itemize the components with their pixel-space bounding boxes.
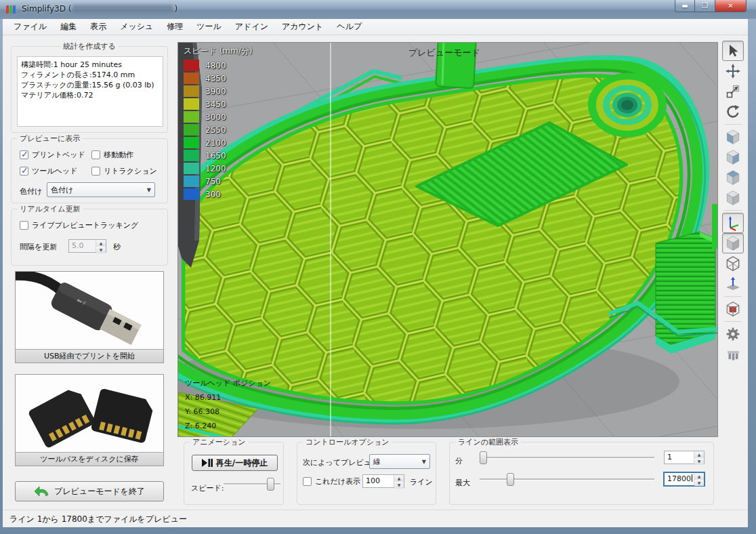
retraction-checkbox[interactable]: [91, 167, 100, 176]
menu-file[interactable]: ファイル: [7, 19, 54, 35]
speed-slider-label: スピード:: [191, 483, 224, 493]
solid-view-button[interactable]: [722, 233, 744, 253]
menu-repair[interactable]: 修理: [160, 19, 190, 35]
close-button[interactable]: ✕: [715, 0, 747, 12]
spin-down-icon[interactable]: ▼: [96, 247, 106, 253]
spin-down-icon[interactable]: ▼: [694, 458, 704, 465]
scale-tool-button[interactable]: [722, 81, 744, 102]
live-preview-checkbox[interactable]: [20, 221, 28, 230]
default-view-button[interactable]: [722, 213, 744, 233]
settings-button[interactable]: [722, 324, 744, 344]
supports-button[interactable]: [722, 344, 744, 365]
checkbox-print-bed[interactable]: プリントベッド: [20, 150, 85, 160]
checkbox-only-show[interactable]: これだけ表示: [303, 476, 360, 487]
usb-caption: USB経由でプリントを開始: [16, 349, 163, 363]
print-over-usb-button[interactable]: ⬅⚡ USB経由でプリントを開始: [15, 271, 164, 363]
print-bed-checkbox[interactable]: [20, 150, 28, 159]
view-cube-top-button[interactable]: [722, 167, 744, 188]
view-cube-right-button[interactable]: [722, 147, 744, 167]
spin-down-icon[interactable]: ▼: [694, 480, 704, 487]
legend-swatch: [184, 188, 199, 200]
cube-blue-left-icon: [724, 128, 742, 146]
exit-preview-mode-button[interactable]: プレビューモードを終了: [15, 481, 164, 501]
wireframe-view-button[interactable]: [722, 253, 744, 274]
menu-view[interactable]: 表示: [83, 19, 113, 35]
spin-up-icon[interactable]: ▲: [394, 475, 404, 482]
menu-tools[interactable]: ツール: [190, 19, 228, 35]
view-cube-left-button[interactable]: [722, 127, 744, 147]
spin-down-icon[interactable]: ▼: [394, 482, 404, 489]
legend-swatch: [184, 73, 199, 84]
sidebar: 統計を作成する 構築時間:1 hour 25 minutes フィラメントの長さ…: [5, 41, 173, 523]
cross-section-button[interactable]: [722, 299, 744, 319]
max-slider-thumb[interactable]: [507, 473, 514, 486]
cursor-arrow-icon: [725, 43, 741, 59]
save-toolpaths-button[interactable]: ツールパスをディスクに保存: [15, 374, 164, 466]
range-min-slider[interactable]: [480, 451, 654, 465]
range-max-slider[interactable]: [480, 473, 654, 487]
minimize-button[interactable]: ▬: [675, 0, 695, 12]
menu-account[interactable]: アカウント: [275, 19, 330, 35]
view-cube-plain-button[interactable]: [722, 188, 744, 208]
status-text: ライン 1から 17800までファイルをプレビュー: [9, 514, 187, 525]
stats-text: 構築時間:1 hour 25 minutes フィラメントの長さ:5174.0 …: [17, 56, 163, 127]
preview-by-dropdown[interactable]: 線 ▼: [369, 454, 430, 469]
legend-swatch: [184, 124, 199, 136]
only-show-checkbox[interactable]: [303, 477, 312, 486]
tool-head-checkbox[interactable]: [20, 167, 28, 176]
line-range-group: ラインの範囲表示 分 1 ▲▼ 最大 17800 ▲▼: [449, 442, 714, 505]
menu-edit[interactable]: 編集: [54, 19, 83, 35]
only-show-spinner[interactable]: 100 ▲▼: [362, 474, 404, 488]
legend-swatch: [184, 176, 199, 187]
back-arrow-icon: [34, 486, 49, 497]
title-bar[interactable]: Simplify3D () ▬ ❐ ✕: [0, 0, 756, 19]
toolbar-separator: [724, 321, 742, 322]
status-bar: ライン 1から 17800までファイルをプレビュー: [3, 510, 748, 527]
stats-title: 統計を作成する: [60, 41, 119, 52]
normal-arrow-icon: [725, 276, 741, 292]
wireframe-cube-icon: [724, 255, 742, 272]
legend-row: 4800: [184, 59, 252, 72]
usb-plug-image: ⬅⚡: [16, 272, 163, 349]
update-interval-spinner[interactable]: 5.0 ▲▼: [68, 239, 106, 253]
rotate-tool-button[interactable]: [722, 102, 744, 122]
legend-swatch: [184, 137, 199, 148]
speed-slider-thumb[interactable]: [267, 478, 274, 491]
maximize-button[interactable]: ❐: [695, 0, 715, 12]
surface-normal-button[interactable]: [722, 274, 744, 294]
play-pause-button[interactable]: 再生/一時停止: [192, 455, 278, 471]
legend-row: 2100: [184, 136, 252, 149]
checkbox-travel-moves[interactable]: 移動動作: [91, 150, 133, 160]
preview-3d-viewport[interactable]: スピード (mm/分) 4800 4350 3900 3450 3000 255…: [177, 42, 718, 437]
spin-up-icon[interactable]: ▲: [96, 240, 106, 247]
menu-mesh[interactable]: メッシュ: [113, 19, 160, 35]
legend-row: 750: [184, 175, 252, 188]
control-options-title: コントロールオプション: [303, 437, 392, 447]
min-slider-thumb[interactable]: [480, 451, 487, 464]
checkbox-retraction[interactable]: リトラクション: [91, 166, 157, 176]
spin-up-icon[interactable]: ▲: [694, 473, 704, 480]
animation-speed-slider[interactable]: [224, 478, 280, 491]
menu-addins[interactable]: アドイン: [228, 19, 275, 35]
legend-swatch: [184, 163, 199, 174]
range-min-spinner[interactable]: 1 ▲▼: [664, 451, 705, 464]
select-tool-button[interactable]: [722, 41, 744, 61]
pan-tool-button[interactable]: [722, 61, 744, 81]
rotate-icon: [725, 104, 741, 120]
menu-bar: ファイル 編集 表示 メッシュ 修理 ツール アドイン アカウント ヘルプ: [3, 19, 748, 35]
sd-caption: ツールパスをディスクに保存: [16, 452, 163, 466]
cube-blue-right-icon: [724, 148, 742, 166]
coloring-label: 色付け: [20, 186, 42, 197]
travel-moves-checkbox[interactable]: [91, 150, 100, 159]
coloring-dropdown[interactable]: 色付け ▼: [47, 182, 155, 197]
spin-up-icon[interactable]: ▲: [694, 451, 704, 458]
checkbox-live-preview[interactable]: ライブプレビュートラッキング: [20, 220, 138, 230]
range-max-spinner[interactable]: 17800 ▲▼: [664, 472, 705, 486]
toolhead-position-readout: ツールヘッド ポジション X: 86.911 Y: 66.308 Z: 6.24…: [185, 376, 271, 433]
checkbox-tool-head[interactable]: ツールヘッド: [20, 166, 77, 176]
scale-icon: [725, 83, 741, 100]
menu-help[interactable]: ヘルプ: [330, 19, 369, 35]
line-range-title: ラインの範囲表示: [455, 437, 521, 447]
legend-row: 3000: [184, 110, 252, 123]
cube-gray-icon: [724, 189, 742, 207]
